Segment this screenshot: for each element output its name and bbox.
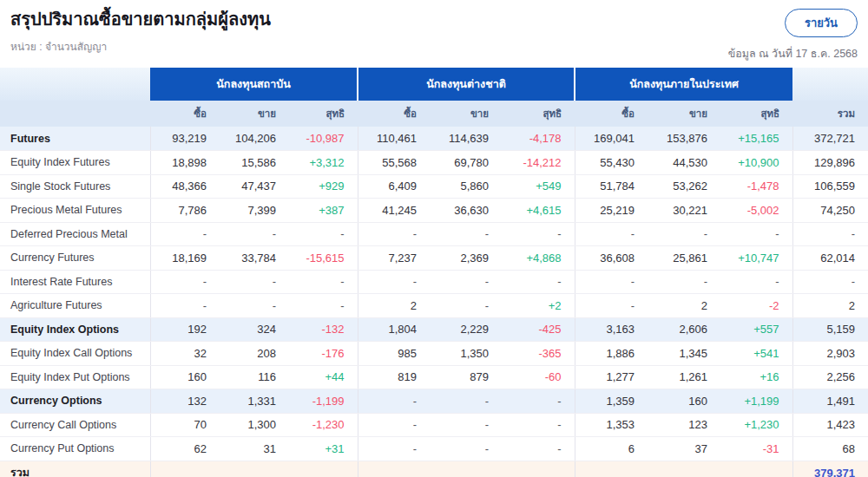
value-cell: 33,784 bbox=[220, 246, 289, 271]
value-cell: +1,199 bbox=[720, 389, 792, 414]
value-cell: - bbox=[648, 222, 720, 246]
investor-summary-page: สรุปปริมาณซื้อขายตามกลุ่มผู้ลงทุน หน่วย … bbox=[0, 0, 868, 477]
value-cell: 62,014 bbox=[792, 246, 868, 271]
value-cell: 41,245 bbox=[358, 199, 430, 223]
value-cell: -2 bbox=[720, 294, 792, 318]
value-cell: 104,206 bbox=[220, 127, 289, 151]
value-cell: - bbox=[430, 222, 502, 246]
value-cell: -4,178 bbox=[502, 127, 575, 151]
value-cell: 372,721 bbox=[792, 127, 868, 151]
value-cell: 1,277 bbox=[575, 365, 648, 389]
empty-cell bbox=[575, 461, 648, 477]
row-label: Equity Index Futures bbox=[0, 151, 150, 175]
empty-cell bbox=[150, 461, 220, 477]
table-row: Equity Index Options192324-1321,8042,229… bbox=[0, 317, 868, 342]
table-row: Equity Index Call Options32208-1769851,3… bbox=[0, 342, 868, 366]
value-cell: 114,639 bbox=[430, 127, 502, 151]
value-cell: 2,903 bbox=[792, 342, 868, 366]
table-row: Currency Call Options701,300-1,230---1,3… bbox=[0, 413, 868, 437]
value-cell: 132 bbox=[150, 389, 220, 414]
corner-cell bbox=[0, 68, 150, 101]
value-cell: - bbox=[792, 222, 868, 246]
value-cell: 1,886 bbox=[575, 342, 648, 366]
value-cell: 1,331 bbox=[220, 389, 289, 414]
group-header-foreign: นักลงทุนต่างชาติ bbox=[358, 68, 575, 101]
value-cell: - bbox=[430, 294, 502, 318]
value-cell: - bbox=[575, 270, 648, 294]
value-cell: 2,606 bbox=[648, 317, 720, 342]
empty-cell bbox=[502, 461, 575, 477]
row-label: Currency Put Options bbox=[0, 437, 150, 461]
sub-header-buy: ซื้อ bbox=[575, 101, 648, 127]
value-cell: 1,491 bbox=[792, 389, 868, 414]
group-header-institution: นักลงทุนสถาบัน bbox=[150, 68, 358, 101]
value-cell: +4,868 bbox=[502, 246, 575, 271]
value-cell: 1,804 bbox=[358, 317, 430, 342]
row-label: Agriculture Futures bbox=[0, 294, 150, 318]
value-cell: - bbox=[358, 437, 430, 461]
value-cell: - bbox=[430, 389, 502, 414]
value-cell: 110,461 bbox=[358, 127, 430, 151]
value-cell: +10,747 bbox=[720, 246, 792, 271]
value-cell: 53,262 bbox=[648, 174, 720, 199]
value-cell: - bbox=[720, 270, 792, 294]
topbar: สรุปปริมาณซื้อขายตามกลุ่มผู้ลงทุน หน่วย … bbox=[0, 0, 868, 68]
value-cell: 1,261 bbox=[648, 365, 720, 389]
row-label: Futures bbox=[0, 127, 150, 151]
value-cell: 36,630 bbox=[430, 199, 502, 223]
value-cell: +541 bbox=[720, 342, 792, 366]
sub-header-buy: ซื้อ bbox=[358, 101, 430, 127]
value-cell: 62 bbox=[150, 437, 220, 461]
value-cell: 55,430 bbox=[575, 151, 648, 175]
value-cell: -176 bbox=[289, 342, 358, 366]
value-cell: -132 bbox=[289, 317, 358, 342]
value-cell: 31 bbox=[220, 437, 289, 461]
corner-cell-total bbox=[792, 68, 868, 101]
value-cell: - bbox=[502, 437, 575, 461]
value-cell: -15,615 bbox=[289, 246, 358, 271]
row-label: Precious Metal Futures bbox=[0, 199, 150, 223]
value-cell: +387 bbox=[289, 199, 358, 223]
sub-header-sell: ขาย bbox=[220, 101, 289, 127]
value-cell: 1,345 bbox=[648, 342, 720, 366]
table-row: Precious Metal Futures7,7867,399+38741,2… bbox=[0, 199, 868, 223]
value-cell: +549 bbox=[502, 174, 575, 199]
empty-cell bbox=[430, 461, 502, 477]
value-cell: - bbox=[502, 413, 575, 437]
empty-cell bbox=[220, 461, 289, 477]
value-cell: 32 bbox=[150, 342, 220, 366]
daily-period-button[interactable]: รายวัน bbox=[785, 9, 858, 37]
total-row-label: รวม bbox=[0, 461, 150, 477]
sub-header-row: ซื้อ ขาย สุทธิ ซื้อ ขาย สุทธิ ซื้อ ขาย ส… bbox=[0, 101, 868, 127]
row-label: Deferred Precious Metal bbox=[0, 222, 150, 246]
grand-total-value: 379,371 bbox=[792, 461, 868, 477]
value-cell: +3,312 bbox=[289, 151, 358, 175]
row-label: Currency Call Options bbox=[0, 413, 150, 437]
value-cell: - bbox=[358, 270, 430, 294]
value-cell: -10,987 bbox=[289, 127, 358, 151]
value-cell: 70 bbox=[150, 413, 220, 437]
value-cell: +1,230 bbox=[720, 413, 792, 437]
table-row: Agriculture Futures---2-+2-2-22 bbox=[0, 294, 868, 318]
value-cell: -425 bbox=[502, 317, 575, 342]
value-cell: 1,300 bbox=[220, 413, 289, 437]
value-cell: 2,369 bbox=[430, 246, 502, 271]
value-cell: - bbox=[150, 222, 220, 246]
value-cell: 7,786 bbox=[150, 199, 220, 223]
value-cell: -14,212 bbox=[502, 151, 575, 175]
empty-cell bbox=[720, 461, 792, 477]
sub-header-total: รวม bbox=[792, 101, 868, 127]
topbar-left: สรุปปริมาณซื้อขายตามกลุ่มผู้ลงทุน หน่วย … bbox=[10, 9, 271, 55]
value-cell: 192 bbox=[150, 317, 220, 342]
value-cell: 160 bbox=[150, 365, 220, 389]
value-cell: - bbox=[430, 413, 502, 437]
value-cell: - bbox=[502, 222, 575, 246]
sub-header-net: สุทธิ bbox=[289, 101, 358, 127]
value-cell: 2,229 bbox=[430, 317, 502, 342]
sub-header-net: สุทธิ bbox=[720, 101, 792, 127]
value-cell: 169,041 bbox=[575, 127, 648, 151]
value-cell: 93,219 bbox=[150, 127, 220, 151]
value-cell: +15,165 bbox=[720, 127, 792, 151]
value-cell: -1,199 bbox=[289, 389, 358, 414]
value-cell: - bbox=[220, 270, 289, 294]
